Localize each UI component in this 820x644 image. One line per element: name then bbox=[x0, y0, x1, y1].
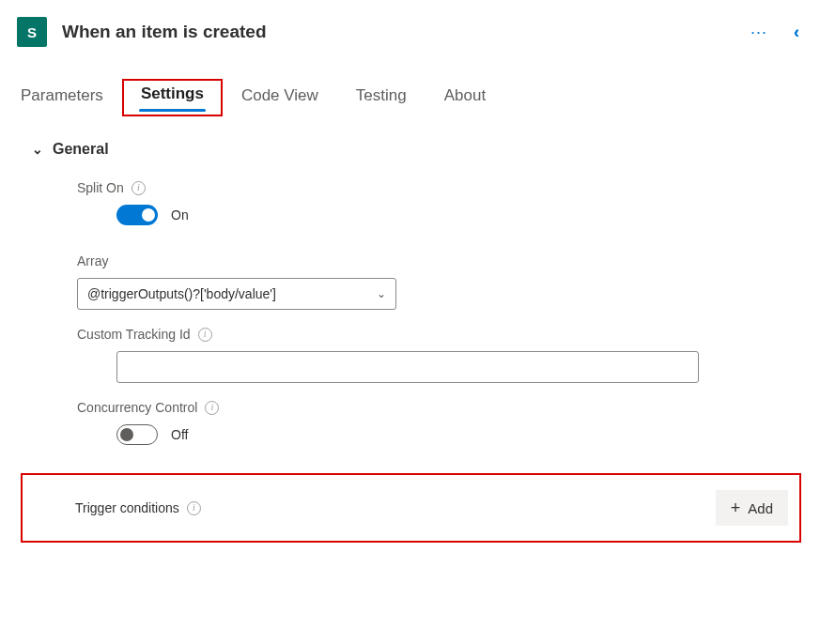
more-options-icon[interactable]: ··· bbox=[750, 23, 767, 40]
field-array: Array @triggerOutputs()?['body/value'] ⌄ bbox=[77, 253, 794, 310]
section-body: Split On i On Array @triggerOutputs()?['… bbox=[32, 158, 794, 473]
label-trigger-conditions-text: Trigger conditions bbox=[75, 500, 179, 515]
toggle-row-concurrency: Off bbox=[77, 424, 794, 445]
highlight-settings-tab: Settings bbox=[122, 79, 223, 116]
label-concurrency-text: Concurrency Control bbox=[77, 400, 197, 415]
label-custom-tracking: Custom Tracking Id i bbox=[77, 327, 794, 342]
array-dropdown[interactable]: @triggerOutputs()?['body/value'] ⌄ bbox=[77, 278, 396, 310]
highlight-trigger-conditions: Trigger conditions i + Add bbox=[21, 473, 801, 543]
toggle-knob bbox=[120, 428, 133, 441]
section-header-general[interactable]: ⌄ General bbox=[32, 141, 794, 158]
toggle-row-split-on: On bbox=[77, 205, 794, 225]
header-actions: ··· ‹‹ bbox=[750, 23, 801, 42]
sharepoint-icon-glyph: S bbox=[27, 24, 37, 40]
label-trigger-conditions: Trigger conditions i bbox=[75, 500, 201, 515]
plus-icon: + bbox=[731, 499, 741, 516]
label-array: Array bbox=[77, 253, 794, 268]
split-on-state: On bbox=[171, 207, 189, 222]
field-custom-tracking: Custom Tracking Id i bbox=[77, 327, 794, 383]
array-dropdown-value: @triggerOutputs()?['body/value'] bbox=[87, 286, 276, 301]
info-icon[interactable]: i bbox=[198, 328, 212, 342]
tab-code-view[interactable]: Code View bbox=[240, 83, 320, 115]
label-concurrency: Concurrency Control i bbox=[77, 400, 794, 415]
add-button-label: Add bbox=[748, 500, 773, 516]
label-custom-tracking-text: Custom Tracking Id bbox=[77, 327, 191, 342]
sharepoint-icon: S bbox=[17, 17, 47, 47]
info-icon[interactable]: i bbox=[187, 501, 201, 515]
add-trigger-condition-button[interactable]: + Add bbox=[716, 490, 788, 526]
section-general: ⌄ General Split On i On Array @trigger bbox=[0, 115, 820, 543]
toggle-knob bbox=[142, 208, 155, 222]
chevron-down-icon: ⌄ bbox=[377, 287, 386, 300]
label-split-on: Split On i bbox=[77, 180, 794, 195]
info-icon[interactable]: i bbox=[132, 181, 146, 195]
collapse-icon[interactable]: ‹‹ bbox=[794, 23, 801, 42]
field-split-on: Split On i On bbox=[77, 180, 794, 225]
info-icon[interactable]: i bbox=[205, 401, 219, 415]
tab-bar: Parameters Settings Code View Testing Ab… bbox=[0, 56, 820, 115]
tab-settings[interactable]: Settings bbox=[139, 81, 206, 113]
concurrency-state: Off bbox=[171, 427, 188, 442]
field-concurrency: Concurrency Control i Off bbox=[77, 400, 794, 445]
tab-about[interactable]: About bbox=[442, 83, 487, 115]
concurrency-toggle[interactable] bbox=[116, 424, 158, 445]
custom-tracking-input[interactable] bbox=[116, 351, 699, 383]
card-title: When an item is created bbox=[62, 22, 750, 42]
tab-parameters[interactable]: Parameters bbox=[19, 83, 105, 115]
chevron-down-icon: ⌄ bbox=[32, 142, 43, 157]
card-header: S When an item is created ··· ‹‹ bbox=[0, 0, 820, 56]
label-split-on-text: Split On bbox=[77, 180, 124, 195]
label-array-text: Array bbox=[77, 253, 108, 268]
section-title: General bbox=[53, 141, 109, 158]
split-on-toggle[interactable] bbox=[116, 205, 158, 225]
tab-testing[interactable]: Testing bbox=[354, 83, 409, 115]
